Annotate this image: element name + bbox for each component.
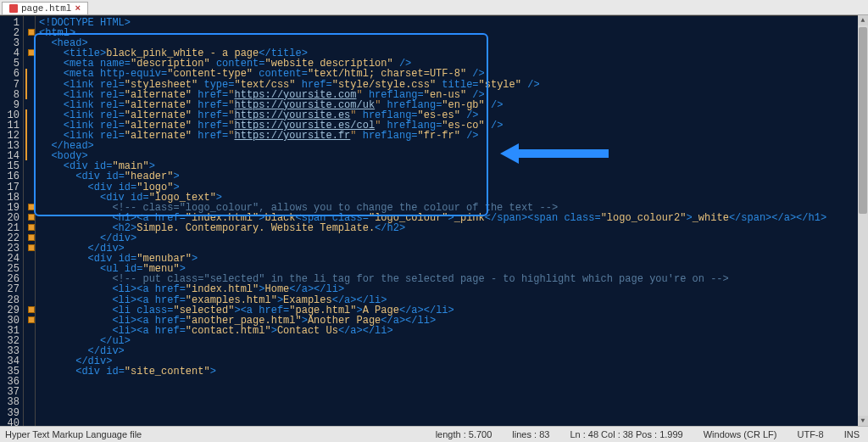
- status-position: Ln : 48 Col : 38 Pos : 1.999: [570, 429, 682, 439]
- fold-toggle-icon[interactable]: [28, 316, 35, 323]
- code-line[interactable]: <link rel="alternate" href="https://your…: [39, 131, 865, 141]
- status-bar: Hyper Text Markup Language file length :…: [0, 426, 868, 442]
- fold-toggle-icon[interactable]: [28, 234, 35, 241]
- status-filetype: Hyper Text Markup Language file: [5, 429, 142, 439]
- status-length: length : 5.700: [436, 429, 492, 439]
- code-line[interactable]: </head>: [39, 141, 865, 151]
- code-area[interactable]: <!DOCTYPE HTML><html> <head> <title>blac…: [36, 16, 868, 426]
- line-number-gutter[interactable]: 1234567891011121314151617181920212223242…: [0, 16, 24, 426]
- change-marker: [25, 109, 27, 161]
- code-line[interactable]: <div id="site_content">: [39, 366, 865, 377]
- code-line[interactable]: </div>: [39, 233, 865, 243]
- fold-toggle-icon[interactable]: [28, 214, 35, 221]
- code-line[interactable]: <!DOCTYPE HTML>: [39, 18, 865, 28]
- fold-toggle-icon[interactable]: [28, 224, 35, 231]
- html-file-icon: [9, 4, 18, 13]
- file-tab[interactable]: page.html ×: [2, 2, 88, 14]
- status-lines: lines : 83: [512, 429, 549, 439]
- close-icon[interactable]: ×: [75, 3, 81, 14]
- tab-label: page.html: [21, 3, 71, 14]
- status-eol: Windows (CR LF): [704, 429, 777, 439]
- code-line[interactable]: <h2>Simple. Contemporary. Website Templa…: [39, 223, 865, 233]
- code-line[interactable]: </ul>: [39, 336, 865, 346]
- fold-margin[interactable]: [24, 16, 36, 426]
- code-line[interactable]: <body>: [39, 151, 865, 161]
- status-mode: INS: [844, 429, 860, 439]
- change-marker: [25, 69, 27, 99]
- scroll-thumb[interactable]: [859, 27, 867, 214]
- fold-toggle-icon[interactable]: [28, 29, 35, 36]
- fold-toggle-icon[interactable]: [28, 204, 35, 210]
- fold-toggle-icon[interactable]: [28, 244, 35, 251]
- status-encoding: UTF-8: [797, 429, 823, 439]
- fold-toggle-icon[interactable]: [28, 49, 35, 56]
- vertical-scrollbar[interactable]: ▲ ▼: [858, 15, 868, 426]
- code-line[interactable]: </div>: [39, 346, 865, 356]
- code-line[interactable]: <html>: [39, 28, 865, 38]
- code-line[interactable]: <li><a href="contact.html">Contact Us</a…: [39, 326, 865, 336]
- code-editor[interactable]: 1234567891011121314151617181920212223242…: [0, 15, 868, 426]
- fold-toggle-icon[interactable]: [28, 306, 35, 313]
- scroll-up-icon[interactable]: ▲: [858, 15, 868, 25]
- scroll-down-icon[interactable]: ▼: [858, 416, 868, 426]
- tab-bar: page.html ×: [0, 0, 868, 15]
